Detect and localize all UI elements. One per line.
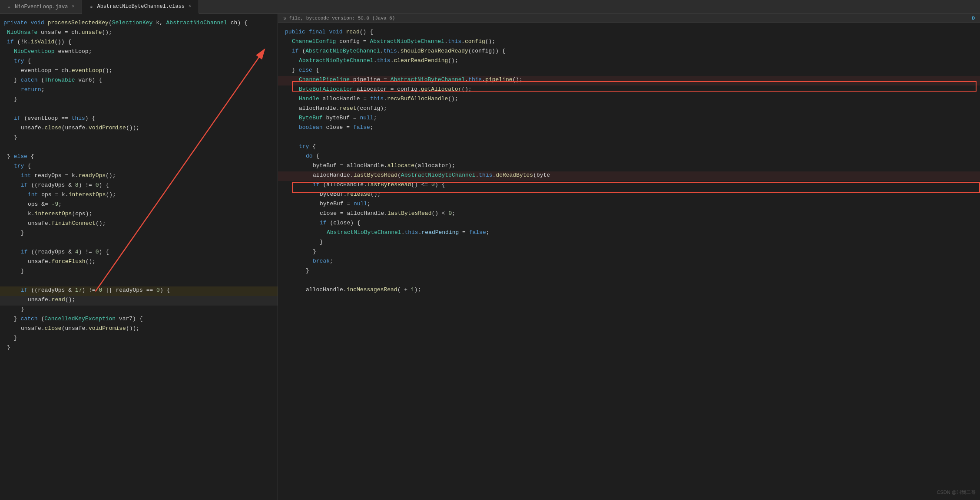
line-text (0, 105, 278, 112)
line-text: } (0, 306, 278, 312)
line-text: } (278, 267, 980, 274)
line-text: try { (0, 58, 278, 64)
code-line: ops &= -9; (0, 201, 278, 210)
line-text: try { (0, 163, 278, 169)
right-code-line-lastbytes: allocHandle.lastBytesRead(AbstractNioByt… (278, 171, 980, 181)
right-pane: s file, bytecode version: 50.0 (Java 6) … (278, 14, 980, 500)
left-pane: private void processSelectedKey(Selectio… (0, 14, 278, 500)
line-text: unsafe.finishConnect(); (0, 220, 278, 227)
right-code-line (278, 133, 980, 143)
right-code-line: if (close) { (278, 219, 980, 229)
line-text: allocHandle.lastBytesRead(AbstractNioByt… (278, 172, 980, 178)
right-code-line: if (AbstractNioByteChannel.this.shouldBr… (278, 47, 980, 57)
right-code-line: try { (278, 143, 980, 152)
line-text: } catch (Throwable var6) { (0, 77, 278, 83)
tab-abstractniobytechannel-label: AbstractNioByteChannel.class (97, 3, 185, 10)
line-text: unsafe.read(); (0, 296, 278, 303)
line-text: NioEventLoop eventLoop; (0, 48, 278, 55)
code-line: if (!k.isValid()) { (0, 38, 278, 48)
right-code-line: Handle allocHandle = this.recvBufAllocHa… (278, 95, 980, 105)
code-line: private void processSelectedKey(Selectio… (0, 19, 278, 29)
line-text: if (allocHandle.lastBytesRead() <= 0) { (278, 181, 980, 188)
right-code-line: allocHandle.incMessagesRead( + 1); (278, 286, 980, 296)
right-code-scroll: public final void read() { ChannelConfig… (278, 26, 980, 297)
line-text: } else { (0, 153, 278, 160)
code-line: k.interestOps(ops); (0, 210, 278, 220)
line-text (0, 144, 278, 150)
right-code-line: break; (278, 257, 980, 267)
tabs-bar: ☕ NioEventLoop.java × ☕ AbstractNioByteC… (0, 0, 980, 14)
right-code-line: byteBuf = null; (278, 200, 980, 210)
line-text: AbstractNioByteChannel.this.readPending … (278, 229, 980, 236)
line-text: } catch (CancelledKeyException var7) { (0, 316, 278, 322)
line-text: byteBuf.release(); (278, 191, 980, 197)
right-code-line: do { (278, 152, 980, 162)
right-code-line: allocHandle.reset(config); (278, 105, 980, 114)
code-line (0, 143, 278, 153)
code-line-readyops: if ((readyOps & 17) != 0 || readyOps == … (0, 286, 278, 296)
code-line (0, 277, 278, 286)
code-line: unsafe.forceFlush(); (0, 258, 278, 267)
code-line: if (eventLoop == this) { (0, 115, 278, 124)
line-text: unsafe.close(unsafe.voidPromise()); (0, 325, 278, 332)
main-content: private void processSelectedKey(Selectio… (0, 14, 980, 500)
line-text: byteBuf = null; (278, 201, 980, 207)
line-text: if ((readyOps & 17) != 0 || readyOps == … (0, 287, 278, 293)
line-text: } else { (278, 67, 980, 73)
line-text: NioUnsafe unsafe = ch.unsafe(); (0, 29, 278, 36)
code-line: NioEventLoop eventLoop; (0, 48, 278, 57)
right-code-line: ByteBuf byteBuf = null; (278, 114, 980, 124)
right-code-line: } (278, 267, 980, 276)
tab-nioeventloop-close[interactable]: × (70, 4, 76, 10)
right-code-line: if (allocHandle.lastBytesRead() <= 0) { (278, 181, 980, 191)
code-line: } catch (Throwable var6) { (0, 76, 278, 86)
line-text: private void processSelectedKey(Selectio… (0, 20, 278, 26)
line-text: try { (278, 143, 980, 150)
right-code-line: byteBuf.release(); (278, 191, 980, 200)
code-line: return; (0, 86, 278, 95)
line-text (0, 277, 278, 284)
right-badge: D (972, 16, 975, 21)
code-line: } (0, 229, 278, 239)
code-line: } (0, 267, 278, 277)
tab-abstractniobytechannel[interactable]: ☕ AbstractNioByteChannel.class × (82, 0, 199, 14)
code-line: eventLoop = ch.eventLoop(); (0, 67, 278, 76)
code-line: int ops = k.interestOps(); (0, 191, 278, 201)
tab-abstractniobytechannel-close[interactable]: × (187, 3, 192, 9)
line-text: ChannelConfig config = AbstractNioByteCh… (278, 38, 980, 45)
java-file-icon: ☕ (6, 4, 12, 10)
code-line-unsafe-read: unsafe.read(); (0, 296, 278, 306)
code-line: unsafe.close(unsafe.voidPromise()); (0, 124, 278, 134)
code-line: } (0, 134, 278, 143)
code-line: try { (0, 162, 278, 172)
line-text: do { (278, 153, 980, 159)
code-line (0, 239, 278, 248)
watermark: CSDN @叫我二哥 (937, 489, 976, 496)
line-text: allocHandle.incMessagesRead( + 1); (278, 286, 980, 293)
line-text: } (0, 344, 278, 351)
line-text: AbstractNioByteChannel.this.clearReadPen… (278, 57, 980, 64)
right-code-line: } (278, 248, 980, 257)
left-code-scroll: private void processSelectedKey(Selectio… (0, 17, 278, 355)
line-text: ChannelPipeline pipeline = AbstractNioBy… (278, 76, 980, 83)
code-line: } (0, 344, 278, 353)
line-text: } (0, 96, 278, 102)
right-code-line: } else { (278, 66, 980, 76)
line-text: if (AbstractNioByteChannel.this.shouldBr… (278, 48, 980, 54)
right-code-line (278, 276, 980, 286)
code-line: } (0, 334, 278, 344)
code-line: try { (0, 57, 278, 67)
right-code-line: public final void read() { (278, 28, 980, 38)
line-text: close = allocHandle.lastBytesRead() < 0; (278, 210, 980, 217)
class-file-icon: ☕ (88, 3, 94, 10)
line-text: } (278, 248, 980, 255)
line-text: eventLoop = ch.eventLoop(); (0, 67, 278, 74)
line-text: } (278, 239, 980, 245)
code-line: } (0, 306, 278, 315)
right-code-line: AbstractNioByteChannel.this.readPending … (278, 229, 980, 238)
right-code-line: ByteBufAllocator allocator = config.getA… (278, 86, 980, 95)
line-text (278, 277, 980, 283)
line-text: ByteBuf byteBuf = null; (278, 115, 980, 121)
right-code-line: ChannelConfig config = AbstractNioByteCh… (278, 38, 980, 47)
tab-nioeventloop[interactable]: ☕ NioEventLoop.java × (0, 0, 82, 14)
